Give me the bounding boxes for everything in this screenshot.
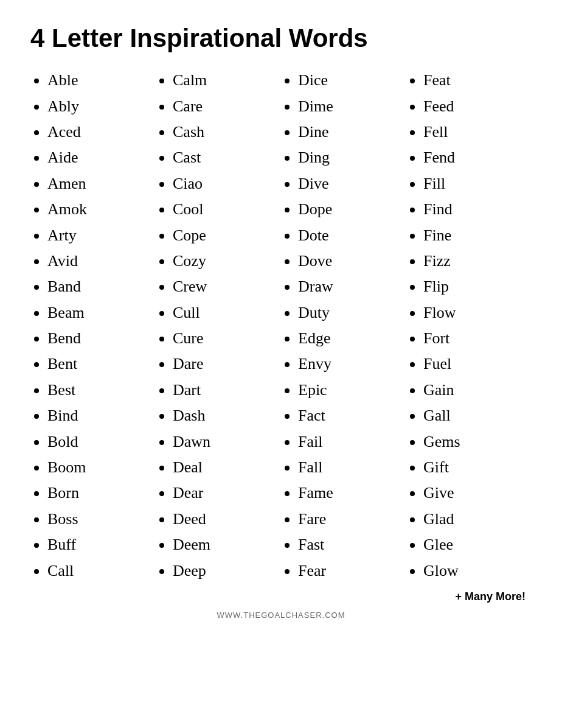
- list-item: Band: [47, 276, 156, 298]
- column-1: Able Ably Aced Aide Amen Amok Arty Avid …: [30, 69, 156, 586]
- list-item: Dice: [298, 69, 406, 91]
- list-item: Gall: [423, 405, 532, 427]
- list-item: Dime: [298, 96, 406, 117]
- list-item: Dawn: [173, 431, 281, 453]
- list-item: Edge: [298, 327, 406, 349]
- website-url: WWW.THEGOALCHASER.COM: [30, 611, 532, 620]
- list-item: Cull: [173, 302, 281, 324]
- list-item: Care: [173, 96, 281, 117]
- list-item: Fear: [298, 560, 406, 582]
- list-item: Flow: [423, 302, 532, 324]
- list-item: Fend: [423, 147, 532, 169]
- list-item: Fine: [423, 225, 532, 247]
- list-item: Epic: [298, 379, 406, 401]
- list-item: Draw: [298, 276, 406, 298]
- list-item: Fast: [298, 534, 406, 556]
- list-item: Aide: [47, 147, 156, 169]
- list-item: Call: [47, 560, 156, 582]
- list-item: Deed: [173, 508, 281, 530]
- list-item: Dope: [298, 198, 406, 220]
- list-item: Glow: [423, 560, 532, 582]
- list-item: Ciao: [173, 173, 281, 195]
- list-item: Boom: [47, 457, 156, 478]
- list-item: Beam: [47, 302, 156, 324]
- list-item: Dive: [298, 173, 406, 195]
- list-item: Fuel: [423, 353, 532, 375]
- list-item: Deal: [173, 457, 281, 478]
- page-title: 4 Letter Inspirational Words: [30, 24, 532, 52]
- list-item: Bend: [47, 327, 156, 349]
- list-item: Find: [423, 198, 532, 220]
- list-item: Born: [47, 482, 156, 504]
- list-item: Boss: [47, 508, 156, 530]
- list-item: Fame: [298, 482, 406, 504]
- list-item: Cash: [173, 121, 281, 143]
- list-item: Bent: [47, 353, 156, 375]
- list-item: Fort: [423, 327, 532, 349]
- list-item: Ding: [298, 147, 406, 169]
- list-item: Fall: [298, 457, 406, 478]
- list-item: Give: [423, 482, 532, 504]
- list-item: Cast: [173, 147, 281, 169]
- list-item: Fail: [298, 431, 406, 453]
- list-item: Duty: [298, 302, 406, 324]
- list-item: Dash: [173, 405, 281, 427]
- list-item: Buff: [47, 534, 156, 556]
- list-item: Feat: [423, 69, 532, 91]
- list-item: Fell: [423, 121, 532, 143]
- list-item: Bind: [47, 405, 156, 427]
- list-item: Dart: [173, 379, 281, 401]
- list-item: Cozy: [173, 250, 281, 272]
- list-item: Able: [47, 69, 156, 91]
- list-item: Avid: [47, 250, 156, 272]
- list-item: Envy: [298, 353, 406, 375]
- list-item: Gems: [423, 431, 532, 453]
- list-item: Aced: [47, 121, 156, 143]
- list-item: Feed: [423, 96, 532, 117]
- list-item: Dote: [298, 225, 406, 247]
- list-item: Fact: [298, 405, 406, 427]
- list-item: Calm: [173, 69, 281, 91]
- list-item: Cool: [173, 198, 281, 220]
- list-item: Best: [47, 379, 156, 401]
- list-item: Cure: [173, 327, 281, 349]
- more-label: + Many More!: [30, 590, 532, 603]
- column-3: Dice Dime Dine Ding Dive Dope Dote Dove …: [281, 69, 406, 586]
- list-item: Gain: [423, 379, 532, 401]
- list-item: Fill: [423, 173, 532, 195]
- list-item: Glee: [423, 534, 532, 556]
- list-item: Deem: [173, 534, 281, 556]
- list-item: Flip: [423, 276, 532, 298]
- list-item: Dove: [298, 250, 406, 272]
- column-2: Calm Care Cash Cast Ciao Cool Cope Cozy …: [156, 69, 281, 586]
- list-item: Cope: [173, 225, 281, 247]
- list-item: Crew: [173, 276, 281, 298]
- list-item: Gift: [423, 457, 532, 478]
- list-item: Fare: [298, 508, 406, 530]
- word-columns: Able Ably Aced Aide Amen Amok Arty Avid …: [30, 69, 532, 586]
- list-item: Dare: [173, 353, 281, 375]
- list-item: Arty: [47, 225, 156, 247]
- list-item: Deep: [173, 560, 281, 582]
- list-item: Dear: [173, 482, 281, 504]
- list-item: Glad: [423, 508, 532, 530]
- list-item: Ably: [47, 96, 156, 117]
- list-item: Dine: [298, 121, 406, 143]
- list-item: Amen: [47, 173, 156, 195]
- list-item: Fizz: [423, 250, 532, 272]
- column-4: Feat Feed Fell Fend Fill Find Fine Fizz …: [406, 69, 532, 586]
- list-item: Bold: [47, 431, 156, 453]
- list-item: Amok: [47, 198, 156, 220]
